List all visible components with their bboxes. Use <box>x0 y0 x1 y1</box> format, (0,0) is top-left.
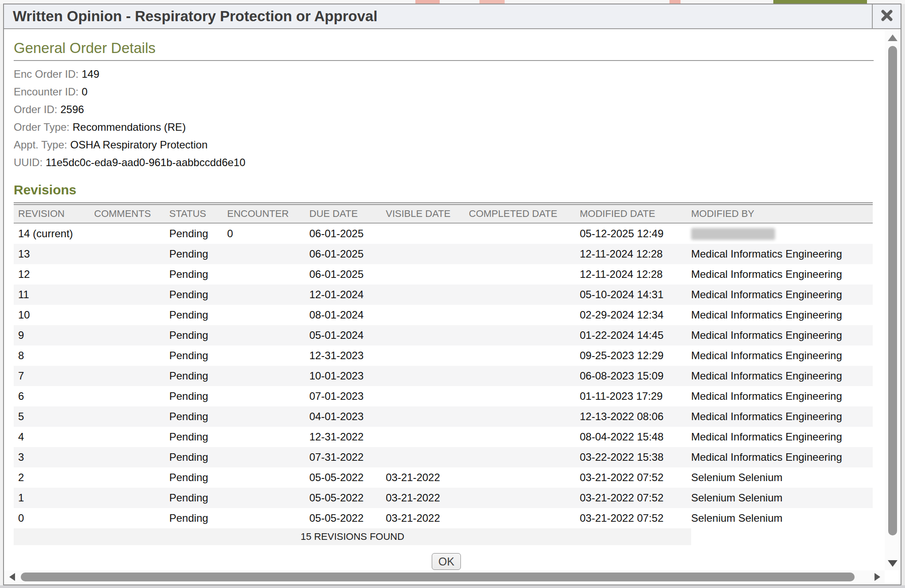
column-header-modified-by: MODIFIED BY <box>687 205 873 223</box>
dialog-header: Written Opinion - Respiratory Protection… <box>4 4 901 29</box>
cell-encounter <box>223 305 305 325</box>
cell-modified-date: 09-25-2023 12:29 <box>575 345 687 366</box>
cell-comments <box>90 467 165 488</box>
cell-comments <box>90 406 165 427</box>
dialog-body: General Order Details Enc Order ID:149 E… <box>4 29 901 584</box>
close-button[interactable] <box>872 4 901 28</box>
background-page-right-edge <box>901 4 905 585</box>
cell-modified-date: 03-21-2022 07:52 <box>575 488 687 508</box>
cell-encounter <box>223 325 305 345</box>
cell-due-date: 06-01-2025 <box>305 244 381 264</box>
cell-encounter <box>223 427 305 447</box>
ok-button-row: OK <box>14 553 879 570</box>
cell-completed-date <box>464 447 575 467</box>
cell-completed-date <box>464 366 575 386</box>
revision-row: 5Pending04-01-202312-13-2022 08:06Medica… <box>14 406 873 427</box>
cell-revision: 7 <box>14 366 90 386</box>
cell-visible-date <box>381 386 464 406</box>
cell-due-date: 04-01-2023 <box>305 406 381 427</box>
cell-comments <box>90 386 165 406</box>
cell-status: Pending <box>165 244 223 264</box>
column-header-visible-date: VISIBLE DATE <box>381 205 464 223</box>
cell-status: Pending <box>165 366 223 386</box>
cell-modified-by: Medical Informatics Engineering <box>687 305 873 325</box>
field-order-type: Order Type:Recommendations (RE) <box>14 118 885 136</box>
cell-status: Pending <box>165 224 223 244</box>
cell-due-date: 08-01-2024 <box>305 305 381 325</box>
cell-modified-by: Medical Informatics Engineering <box>687 325 873 345</box>
cell-due-date: 07-01-2023 <box>305 386 381 406</box>
cell-encounter <box>223 285 305 305</box>
revisions-table-header: REVISION COMMENTS STATUS ENCOUNTER DUE D… <box>14 205 873 224</box>
cell-completed-date <box>464 467 575 488</box>
revision-row: 9Pending05-01-202401-22-2024 14:45Medica… <box>14 325 873 345</box>
cell-due-date: 05-05-2022 <box>305 508 381 528</box>
revision-row: 10Pending08-01-202402-29-2024 12:34Medic… <box>14 305 873 325</box>
vertical-scrollbar[interactable] <box>885 29 901 570</box>
cell-modified-by: Selenium Selenium <box>687 467 873 488</box>
cell-completed-date <box>464 386 575 406</box>
cell-modified-date: 05-12-2025 12:49 <box>575 224 687 244</box>
cell-completed-date <box>464 244 575 264</box>
written-opinion-dialog: Written Opinion - Respiratory Protection… <box>3 4 901 585</box>
cell-completed-date <box>464 224 575 244</box>
cell-comments <box>90 345 165 366</box>
cell-modified-date: 12-11-2024 12:28 <box>575 244 687 264</box>
scroll-up-icon[interactable] <box>888 34 897 41</box>
background-page-bottom-edge <box>0 585 905 588</box>
scroll-down-icon[interactable] <box>888 560 897 567</box>
cell-encounter <box>223 345 305 366</box>
cell-completed-date <box>464 427 575 447</box>
cell-modified-by: Medical Informatics Engineering <box>687 406 873 427</box>
horizontal-scrollbar[interactable] <box>4 570 885 584</box>
cell-modified-date: 12-11-2024 12:28 <box>575 264 687 285</box>
horizontal-scroll-thumb[interactable] <box>21 573 855 581</box>
scroll-right-icon[interactable] <box>875 573 880 581</box>
revision-row: 12Pending06-01-202512-11-2024 12:28Medic… <box>14 264 873 285</box>
cell-comments <box>90 366 165 386</box>
cell-due-date: 05-05-2022 <box>305 488 381 508</box>
cell-due-date: 06-01-2025 <box>305 224 381 244</box>
cell-visible-date <box>381 345 464 366</box>
cell-due-date: 10-01-2023 <box>305 366 381 386</box>
cell-modified-by: Selenium Selenium <box>687 488 873 508</box>
revision-row: 6Pending07-01-202301-11-2023 17:29Medica… <box>14 386 873 406</box>
cell-comments <box>90 508 165 528</box>
cell-comments <box>90 285 165 305</box>
column-header-modified-date: MODIFIED DATE <box>575 205 687 223</box>
cell-modified-by: Medical Informatics Engineering <box>687 264 873 285</box>
scroll-left-icon[interactable] <box>9 573 15 581</box>
cell-encounter <box>223 264 305 285</box>
field-label: UUID: <box>14 156 42 168</box>
cell-status: Pending <box>165 305 223 325</box>
cell-encounter <box>223 386 305 406</box>
cell-visible-date: 03-21-2022 <box>381 508 464 528</box>
column-header-comments: COMMENTS <box>90 205 165 223</box>
cell-encounter <box>223 488 305 508</box>
cell-revision: 5 <box>14 406 90 427</box>
cell-modified-by <box>687 224 873 244</box>
cell-status: Pending <box>165 345 223 366</box>
cell-encounter <box>223 467 305 488</box>
cell-modified-date: 02-29-2024 12:34 <box>575 305 687 325</box>
field-label: Order Type: <box>14 121 69 133</box>
cell-modified-by: Medical Informatics Engineering <box>687 386 873 406</box>
revision-row: 8Pending12-31-202309-25-2023 12:29Medica… <box>14 345 873 366</box>
cell-encounter <box>223 366 305 386</box>
background-page-left-edge <box>0 4 3 585</box>
revision-row: 13Pending06-01-202512-11-2024 12:28Medic… <box>14 244 873 264</box>
ok-button[interactable]: OK <box>432 553 461 570</box>
revision-row: 2Pending05-05-202203-21-202203-21-2022 0… <box>14 467 873 488</box>
field-enc-order-id: Enc Order ID:149 <box>14 65 885 83</box>
cell-revision: 12 <box>14 264 90 285</box>
cell-visible-date: 03-21-2022 <box>381 488 464 508</box>
cell-modified-date: 01-22-2024 14:45 <box>575 325 687 345</box>
dialog-content: General Order Details Enc Order ID:149 E… <box>4 29 885 570</box>
cell-status: Pending <box>165 406 223 427</box>
cell-modified-date: 06-08-2023 15:09 <box>575 366 687 386</box>
column-header-status: STATUS <box>165 205 223 223</box>
vertical-scroll-thumb[interactable] <box>888 46 897 535</box>
field-label: Enc Order ID: <box>14 68 79 80</box>
cell-modified-by: Selenium Selenium <box>687 508 873 528</box>
revision-row: 3Pending07-31-202203-22-2022 15:38Medica… <box>14 447 873 467</box>
